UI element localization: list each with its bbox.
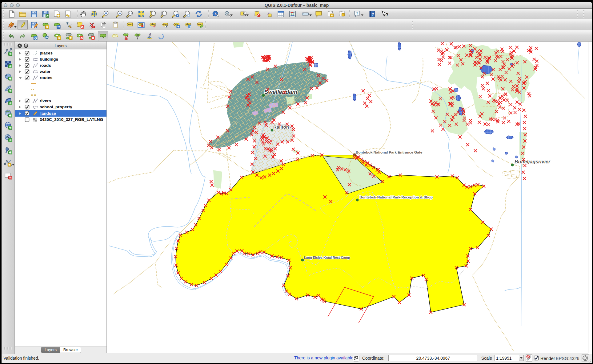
svg-text:abc: abc [163,23,167,25]
svg-text:1:1: 1:1 [129,12,132,15]
svg-text:Bontebok National Park Entranc: Bontebok National Park Entrance Gate [356,150,423,154]
svg-text:?: ? [386,12,388,17]
svg-text:abc: abc [151,23,155,25]
svg-text:?: ? [372,12,374,17]
svg-text:T: T [356,12,358,15]
svg-text:abc: abc [128,23,132,26]
svg-text:Buffeljagsrivier: Buffeljagsrivier [515,159,551,164]
svg-text:abc: abc [186,23,190,25]
svg-text:Lang Elsies Kraal Rest Camp: Lang Elsies Kraal Rest Camp [304,256,350,259]
svg-text:Swellendam: Swellendam [264,89,297,95]
svg-text:abc: abc [175,23,178,25]
svg-text:Bontebok National Park Recepti: Bontebok National Park Reception & Shop [359,195,433,199]
